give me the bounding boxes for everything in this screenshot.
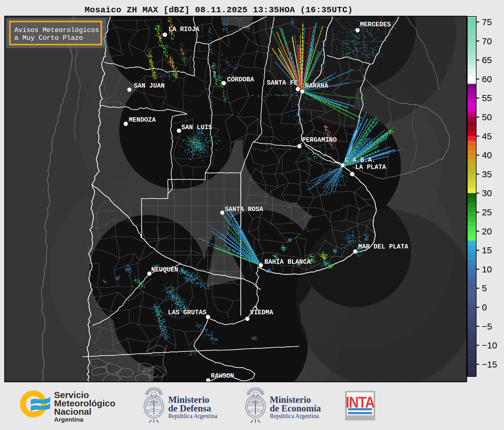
svg-text:CÓRDOBA: CÓRDOBA <box>227 76 254 83</box>
svg-text:SAN LUIS: SAN LUIS <box>181 124 212 131</box>
svg-text:30: 30 <box>482 188 492 198</box>
svg-text:NEUQUÉN: NEUQUÉN <box>151 266 178 273</box>
svg-text:50: 50 <box>482 112 492 122</box>
svg-text:MAR DEL PLATA: MAR DEL PLATA <box>358 243 408 250</box>
svg-text:MENDOZA: MENDOZA <box>129 116 156 123</box>
svg-text:45: 45 <box>482 131 492 141</box>
svg-text:20: 20 <box>482 226 492 236</box>
svg-text:75: 75 <box>482 17 492 27</box>
svg-text:−5: −5 <box>482 321 492 331</box>
svg-text:Nacional: Nacional <box>54 407 91 417</box>
svg-text:70: 70 <box>482 36 492 46</box>
svg-text:VIEDMA: VIEDMA <box>250 309 273 316</box>
svg-text:BAHÍA BLANCA: BAHÍA BLANCA <box>264 258 311 266</box>
svg-text:60: 60 <box>482 74 492 84</box>
svg-text:−15: −15 <box>482 359 497 369</box>
svg-text:SAN JUAN: SAN JUAN <box>134 82 165 89</box>
svg-text:40: 40 <box>482 150 492 160</box>
svg-text:LA PLATA: LA PLATA <box>355 164 386 171</box>
svg-text:República Argentina: República Argentina <box>168 413 217 420</box>
svg-text:0: 0 <box>482 302 487 312</box>
svg-text:PARANÁ: PARANÁ <box>305 82 328 89</box>
svg-text:MERCEDES: MERCEDES <box>360 21 391 28</box>
svg-text:República Argentina: República Argentina <box>270 413 319 420</box>
svg-text:15: 15 <box>482 245 492 255</box>
svg-text:−10: −10 <box>482 340 497 350</box>
svg-text:Mosaico ZH MAX [dBZ] 08.11.202: Mosaico ZH MAX [dBZ] 08.11.2025 13:35HOA… <box>85 5 353 15</box>
svg-text:SANTA ROSA: SANTA ROSA <box>225 206 263 213</box>
svg-text:SANTA FE: SANTA FE <box>267 79 298 86</box>
svg-text:de Defensa: de Defensa <box>168 403 211 414</box>
svg-text:35: 35 <box>482 169 492 179</box>
svg-text:LA RIOJA: LA RIOJA <box>168 26 199 33</box>
svg-text:5: 5 <box>482 283 487 293</box>
svg-text:25: 25 <box>482 207 492 217</box>
svg-text:de Economía: de Economía <box>270 403 321 414</box>
svg-text:RAWSON: RAWSON <box>211 372 234 379</box>
svg-text:65: 65 <box>482 55 492 65</box>
svg-text:55: 55 <box>482 93 492 103</box>
svg-text:Avisos Meteorológicos: Avisos Meteorológicos <box>14 26 99 34</box>
svg-text:a Muy Corto Plazo: a Muy Corto Plazo <box>14 34 83 42</box>
svg-text:C.A.B.A.: C.A.B.A. <box>345 156 376 164</box>
svg-text:Argentina: Argentina <box>54 416 83 423</box>
svg-text:LAS GRUTAS: LAS GRUTAS <box>168 309 206 316</box>
svg-text:10: 10 <box>482 264 492 274</box>
svg-text:PERGAMINO: PERGAMINO <box>302 136 337 144</box>
